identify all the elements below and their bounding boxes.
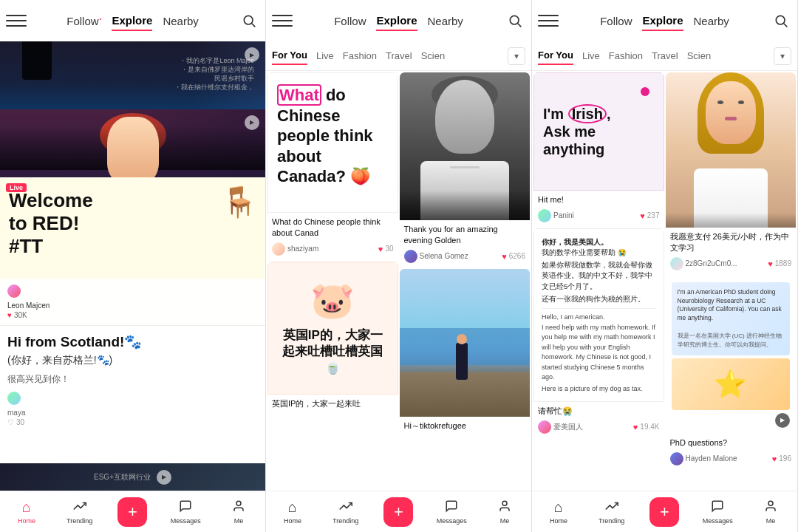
help-cn-4: 还有一张我的狗作为税的照片。 [542,294,656,304]
add-button-3[interactable]: + [638,497,692,527]
nav-me-3[interactable]: Me [744,499,797,525]
messages-icon-1 [179,499,192,516]
subtab-live-2[interactable]: Live [316,47,334,64]
post-card-3[interactable]: 🐷 英国IP的，大家一起来吐槽吐槽英国🍵 英国IP的，大家一起来吐 [267,262,398,417]
nav-messages-3[interactable]: Messages [691,499,744,525]
blonde-title: 我愿意支付 26美元/小时，作为中文学习 [670,231,792,253]
search-button-2[interactable] [505,10,525,31]
nav-trending-2[interactable]: Trending [319,499,372,525]
nav-follow-3[interactable]: Follow [600,12,632,30]
nav-links-2: Follow Explore Nearby [293,11,505,31]
subtab-live-3[interactable]: Live [582,47,600,64]
nav-me-1[interactable]: Me [212,499,265,525]
ireland-author: Panini [538,209,574,222]
video-card-1[interactable]: ・我的名字是Leon Majce ・是来自佛罗里达湾岸的 民谣乡村歌手 ・我在纳… [0,41,265,109]
content-feed-1[interactable]: ・我的名字是Leon Majce ・是来自佛罗里达湾岸的 民谣乡村歌手 ・我在纳… [0,41,265,491]
nav-home-3[interactable]: ⌂ Home [532,499,585,525]
welcome-card: Live 🪑 Welcometo RED!#TT Leon Majcen ♥ 3… [0,177,265,325]
blonde-meta: 2z8Gn2uCm0... ♥ 1889 [670,257,792,270]
video-card-2[interactable]: ▶ Introducing myself Bonnie 🌿 ♡ 6549 [0,109,265,177]
trending-icon-2 [339,499,352,516]
home-icon-2: ⌂ [288,499,297,516]
play-icon-2[interactable]: ▶ [245,115,259,130]
add-button-2[interactable]: + [372,497,426,527]
nav-explore-1[interactable]: Explore [112,11,152,31]
play-icon-3[interactable]: ▶ [157,470,171,485]
svg-point-2 [236,501,241,505]
nav-trending-3[interactable]: Trending [585,499,638,525]
ireland-title: Hit me! [538,194,660,205]
help-en-2: I need help with my math homework. If yo… [542,323,656,383]
blonde-post-body: 我愿意支付 26美元/小时，作为中文学习 2z8Gn2uCm0... ♥ 188… [666,228,797,275]
ireland-likes: ♥ 237 [640,211,659,220]
search-button-3[interactable] [771,10,791,31]
content-grid-2[interactable]: What do Chinese people think about Canad… [266,71,531,491]
subtab-scien-2[interactable]: Scien [421,47,446,64]
subtab-more-2[interactable]: ▾ [508,47,525,65]
nav-messages-2[interactable]: Messages [425,499,478,525]
heart-icon-9: ♥ [768,259,773,268]
post-card-1[interactable]: What do Chinese people think about Canad… [267,72,398,260]
nav-follow-2[interactable]: Follow [334,12,366,30]
nav-trending-1[interactable]: Trending [53,499,106,525]
play-icon-1[interactable]: ▶ [245,47,259,62]
heart-icon-7: ♥ [640,211,645,220]
blonde-card[interactable]: 我愿意支付 26美元/小时，作为中文学习 2z8Gn2uCm0... ♥ 188… [666,72,797,275]
help-card[interactable]: 你好，我是美国人。 我的数学作业需要帮助 😭 如果你帮我做数学，我就会帮你做英语… [533,228,664,438]
nav-home-1[interactable]: ⌂ Home [0,499,53,525]
masonry-col-left-3: I'm Irish, Ask me anything Hit me! Panin… [533,72,664,438]
me-icon-1 [232,499,245,516]
phd-card[interactable]: I'm an American PhD student doing Neurob… [666,276,797,470]
hamburger-menu-1[interactable] [6,10,27,31]
nav-follow-1[interactable]: Follow [66,12,101,30]
scotland-card: Hi from Scotland!🐾 (你好，来自苏格兰!🐾) 很高兴见到你！ … [0,325,265,464]
me-icon-2 [498,499,511,516]
phd-author: Hayden Malone [670,452,737,466]
subtab-fashion-2[interactable]: Fashion [343,47,377,64]
emoji-character: 🐷 [310,280,355,321]
subtab-fashion-3[interactable]: Fashion [609,47,643,64]
scotland-subtitle: (你好，来自苏格兰!🐾) [7,354,258,367]
subtab-travel-3[interactable]: Travel [652,47,678,64]
content-grid-3[interactable]: I'm Irish, Ask me anything Hit me! Panin… [532,71,797,491]
heart-icon-8: ♥ [633,423,638,432]
help-post-body: 请帮忙😭 爱美国人 ♥ 19.4K [533,402,664,438]
play-icon-phd[interactable]: ▶ [775,413,790,428]
hamburger-menu-2[interactable] [272,10,293,31]
post-card-4[interactable]: Hi～tiktokrefugee [400,269,531,440]
subtab-scien-3[interactable]: Scien [687,47,712,64]
post-meta-1: shaziyam ♥ 30 [272,242,394,256]
subtab-travel-2[interactable]: Travel [386,47,412,64]
search-button-1[interactable] [239,10,259,31]
welcome-meta: Leon Majcen ♥ 30K [7,284,258,319]
nav-messages-1[interactable]: Messages [159,499,212,525]
bottom-video-card[interactable]: ESG+互联网行业 ▶ [0,463,265,491]
subtab-more-3[interactable]: ▾ [774,47,791,65]
subtab-foryou-2[interactable]: For You [272,47,307,65]
nav-explore-2[interactable]: Explore [376,11,417,31]
ip-text: 英国IP的，大家一起来吐槽吐槽英国🍵 [277,327,389,376]
subtab-foryou-3[interactable]: For You [538,47,573,65]
welcome-text: Welcometo RED!#TT [9,189,256,259]
hamburger-menu-3[interactable] [538,10,559,31]
help-meta: 爱美国人 ♥ 19.4K [538,420,660,434]
nav-me-2[interactable]: Me [478,499,531,525]
nav-nearby-2[interactable]: Nearby [428,12,463,30]
post-card-2[interactable]: Thank you for an amazing evening Golden … [400,72,531,267]
nav-explore-3[interactable]: Explore [642,11,683,31]
ireland-text: I'm Irish, Ask me anything [543,105,655,158]
panel-3: Follow Explore Nearby For You Live Fashi… [532,0,798,532]
heart-icon-5: ♥ [378,245,383,253]
nav-nearby-1[interactable]: Nearby [163,12,198,30]
nav-nearby-3[interactable]: Nearby [694,12,729,30]
svg-point-3 [510,16,519,24]
add-button-1[interactable]: + [106,497,160,527]
me-icon-3 [764,499,777,516]
masonry-col-right-2: Thank you for an amazing evening Golden … [400,72,531,440]
phd-likes: ♥ 196 [772,454,791,463]
nav-home-2[interactable]: ⌂ Home [266,499,319,525]
live-badge: Live [6,183,27,192]
scotland-text: 很高兴见到你！ [7,373,258,386]
post-title-2: Thank you for an amazing evening Golden [404,224,526,246]
ireland-card[interactable]: I'm Irish, Ask me anything Hit me! Panin… [533,72,664,227]
